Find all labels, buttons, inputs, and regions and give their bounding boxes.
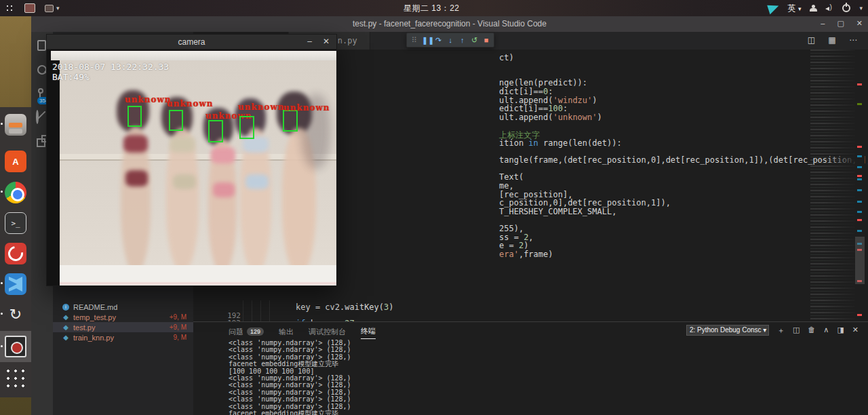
camera-window: camera – ✕ [46,34,337,286]
input-method-indicator[interactable]: 英 ▾ [788,3,802,14]
git-status-badge: +9, M [170,323,186,331]
terminal-icon[interactable]: >_ [3,211,28,235]
files-icon[interactable] [3,113,28,137]
stop-button[interactable]: ■ [481,36,491,44]
power-icon[interactable] [842,4,850,12]
camera-minimize-button[interactable]: – [307,37,312,46]
running-indicator [1,282,3,284]
panel-tab-终端[interactable]: 终端 [361,326,376,339]
window-title: test.py - facenet_facerecognition - Visu… [31,19,868,28]
py-file-icon: ◆ [62,314,69,321]
bottom-panel: 问题129输出调试控制台终端 2: Python Debug Consc ▾ ＋… [193,321,868,415]
camera-titlebar[interactable]: camera – ✕ [47,35,336,50]
editor-actions[interactable]: ◫ ▦ ⋯ [808,35,863,45]
ruler-marker [857,219,862,221]
dock: A>_↻ [0,107,31,397]
clock[interactable]: 星期二 13：22 [403,3,460,14]
terminal-output[interactable]: <class 'numpy.ndarray'> (128,)<class 'nu… [229,340,839,414]
face-detection-box [239,116,254,139]
panel-tab-输出[interactable]: 输出 [279,326,294,339]
minimap[interactable] [810,50,855,320]
problems-count-badge: 129 [247,328,264,336]
maximize-button[interactable]: ▢ [837,19,844,28]
code-line-fragment: T_HERSHEY_COMPLEX_SMALL, [499,207,616,216]
ubuntu-software-icon[interactable]: A [3,149,28,174]
frame-battery: BAT:49% [52,72,169,82]
face-detection-box [127,106,142,127]
ruler-marker [857,175,862,177]
code-line-fragment: dict[i]==0: [499,87,553,96]
step-into-button[interactable]: ↓ [446,36,455,44]
telegram-icon[interactable] [767,2,781,14]
desktop: ▾ 星期二 13：22 英 ▾ ▾ A>_↻ test.py - facenet… [0,0,868,415]
code-line-fragment: me, [499,181,514,191]
netease-music-icon[interactable] [3,241,28,266]
code-line-fragment: ult.append('unknown') [499,113,602,122]
close-panel-button[interactable]: ✕ [852,325,859,336]
git-status-badge: +9, M [170,313,186,321]
file-item-temp_test.py[interactable]: ◆temp_test.py+9, M [53,312,193,322]
code-line-fragment: 255), [499,224,524,233]
minimize-button[interactable]: ‒ [821,19,825,28]
software-updater-icon[interactable]: ↻ [3,302,28,327]
code-line-fragment: Text( [499,172,524,182]
editor-scrollbar[interactable] [855,237,865,284]
close-button[interactable]: ✕ [856,19,863,28]
app-grid-icon[interactable] [3,366,28,391]
split-terminal-button[interactable]: ◫ [793,325,800,336]
console-selector[interactable]: 2: Python Debug Consc ▾ [686,325,769,336]
ruler-marker [857,189,862,191]
restart-button[interactable]: ↺ [470,36,479,45]
file-name: test.py [73,323,95,332]
ruler-marker [857,83,862,85]
ruler-marker [857,155,862,157]
panel-tab-问题[interactable]: 问题129 [229,326,264,339]
debug-toolbar: ⠿❚❚↷↓↑↺■ [406,33,494,47]
vscode-titlebar[interactable]: test.py - facenet_facerecognition - Visu… [31,16,868,32]
chrome-icon[interactable] [3,180,28,205]
camera-close-button[interactable]: ✕ [323,37,330,46]
step-out-button[interactable]: ↑ [458,36,467,44]
file-item-README.md[interactable]: iREADME.md [53,302,193,312]
system-menu-caret-icon[interactable]: ▾ [859,5,863,12]
drag-handle[interactable]: ⠿ [410,36,419,45]
applet-caret-icon[interactable]: ▾ [56,5,60,12]
step-over-button[interactable]: ↷ [434,36,443,45]
file-item-train_knn.py[interactable]: ◆train_knn.py9, M [53,332,193,342]
recorder-indicator-icon[interactable] [24,3,35,13]
code-line-fragment: e = 2) [499,241,528,250]
vscode-icon[interactable] [3,272,28,296]
info-file-icon: i [62,304,69,311]
file-item-test.py[interactable]: ◆test.py+9, M [53,322,193,332]
face-detection-box [283,110,298,132]
user-menu-icon[interactable] [810,5,816,12]
file-name: train_knn.py [73,334,114,342]
panel-tab-调试控制台[interactable]: 调试控制台 [309,326,346,339]
screen-recorder-icon[interactable] [0,331,31,362]
ruler-marker [857,211,862,213]
new-terminal-button[interactable]: ＋ [777,325,785,336]
ruler-marker [857,314,862,316]
face-label: unknown [283,103,330,113]
terminal-line: facenet embedding模型建立完毕 [229,410,839,415]
code-line-fragment: era',frame) [499,250,553,259]
panel-position-button[interactable]: ◨ [837,325,844,336]
code-line-fragment: ition in range(len(det)): [499,138,622,148]
ruler-marker [857,230,862,232]
face-label: unknown [167,99,214,108]
running-indicator [1,313,3,315]
git-status-badge: 9, M [174,334,186,341]
camera-title: camera [47,37,336,47]
maximize-panel-button[interactable]: ∧ [823,325,829,336]
volume-icon[interactable] [825,5,833,12]
system-bar: ▾ 星期二 13：22 英 ▾ ▾ [0,0,868,16]
code-line-fragment: edict[i]==100: [499,104,568,113]
applet-icon[interactable] [45,5,54,12]
file-name: temp_test.py [73,313,116,321]
workspace-grid-icon[interactable] [5,4,15,12]
kill-terminal-button[interactable]: 🗑 [808,325,815,336]
ruler-marker [857,146,862,148]
pause-button[interactable]: ❚❚ [422,36,431,45]
ruler-marker [857,178,862,180]
code-line-fragment: nge(len(predict)): [499,78,587,87]
